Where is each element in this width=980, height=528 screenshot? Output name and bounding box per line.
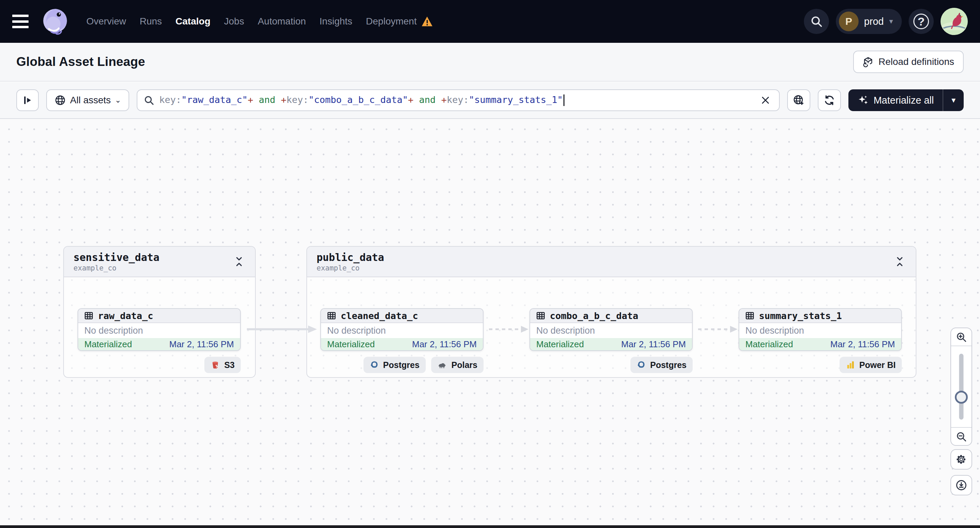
text-cursor [563,94,565,106]
refresh-button[interactable] [818,89,841,111]
postgres-icon [636,360,646,369]
nav-item-deployment-wrap: Deployment [366,16,433,27]
asset-node-raw-data-c[interactable]: raw_data_c No description Materialized M… [78,308,241,351]
materialization-timestamp[interactable]: Mar 2, 11:56 PM [412,339,477,350]
asset-search-input[interactable]: key:"raw_data_c"+ and +key:"combo_a_b_c_… [137,89,780,111]
asset-node-summary-stats-1[interactable]: summary_stats_1 No description Materiali… [738,308,902,351]
materialized-status: Materialized [84,339,132,350]
query-segment: + [441,94,447,105]
asset-status-row: Materialized Mar 2, 11:56 PM [739,338,901,350]
open-panel-icon [22,94,33,106]
export-download-button[interactable] [950,475,972,495]
reload-cube-icon [863,56,873,67]
sparkles-icon [857,94,869,106]
collapse-group-button[interactable] [232,254,245,270]
query-segment: + [408,94,414,105]
query-segment: "combo_a_b_c_data" [309,94,408,105]
asset-node-combo-a-b-c-data[interactable]: combo_a_b_c_data No description Material… [530,308,693,351]
materialize-options-button[interactable]: ▼ [943,89,964,111]
tag-label: Postgres [650,360,687,370]
tag-label: S3 [224,360,235,370]
asset-tags-cleaned-data-c: Postgres Polars [363,357,484,373]
kind-tag-postgres[interactable]: Postgres [363,357,426,373]
power-bi-icon [846,360,855,369]
asset-scope-label: All assets [70,95,111,106]
reload-definitions-label: Reload definitions [878,56,954,67]
query-segment: + [248,94,253,105]
materialized-status: Materialized [536,339,584,350]
kind-tag-s3[interactable]: S3 [204,357,241,373]
nav-item-automation[interactable]: Automation [258,16,306,27]
asset-scope-dropdown[interactable]: All assets ⌄ [46,89,129,111]
polars-icon [437,361,447,369]
deployment-avatar: P [839,11,859,31]
materialize-split-button: Materialize all ▼ [848,89,964,111]
nav-item-deployment[interactable]: Deployment [366,16,417,27]
search-icon [143,95,154,106]
nav-item-jobs[interactable]: Jobs [224,16,244,27]
asset-description: No description [321,323,483,338]
zoom-slider[interactable] [951,346,972,427]
asset-tags-summary-stats-1: Power BI [840,357,902,373]
materialization-timestamp[interactable]: Mar 2, 11:56 PM [830,339,895,350]
group-name: public_data [317,251,384,263]
query-segment: and [414,94,441,105]
add-to-catalog-view-button[interactable] [787,89,810,111]
hamburger-menu-button[interactable] [12,14,29,28]
nav-item-runs[interactable]: Runs [140,16,162,27]
top-nav: Overview Runs Catalog Jobs Automation In… [0,0,980,43]
asset-tags-combo-a-b-c-data: Postgres [630,357,693,373]
group-repository: example_co [73,264,159,272]
nav-item-overview[interactable]: Overview [86,16,126,27]
app-window: Overview Runs Catalog Jobs Automation In… [0,0,980,528]
help-icon: ? [913,14,929,29]
nav-item-insights[interactable]: Insights [320,16,353,27]
zoom-slider-handle[interactable] [955,391,968,404]
zoom-slider-track[interactable] [959,354,964,420]
zoom-in-button[interactable] [951,328,972,346]
chevron-down-icon: ⌄ [115,96,121,105]
globe-plus-icon [793,94,805,106]
kind-tag-polars[interactable]: Polars [431,357,484,373]
asset-description: No description [78,323,240,338]
materialize-all-button[interactable]: Materialize all [848,89,943,111]
s3-bucket-icon [210,360,220,369]
collapse-group-button[interactable] [893,254,906,270]
table-icon [745,311,755,321]
materialization-timestamp[interactable]: Mar 2, 11:56 PM [169,339,234,350]
tag-label: Power BI [859,360,896,370]
deployment-switcher[interactable]: P prod ▾ [836,9,902,34]
tag-label: Polars [452,360,477,370]
help-button[interactable]: ? [908,9,934,34]
user-avatar[interactable] [940,8,968,35]
clear-search-button[interactable] [758,93,773,108]
global-search-button[interactable] [804,9,829,34]
kind-tag-power-bi[interactable]: Power BI [840,357,902,373]
materialization-timestamp[interactable]: Mar 2, 11:56 PM [621,339,686,350]
asset-node-header: raw_data_c [78,309,240,323]
graph-settings-button[interactable] [950,449,972,469]
asset-name: cleaned_data_c [341,311,418,321]
page-title: Global Asset Lineage [16,55,145,69]
group-header[interactable]: sensitive_data example_co [64,247,255,277]
nav-right-cluster: P prod ▾ ? [804,8,968,35]
kind-tag-postgres[interactable]: Postgres [630,357,693,373]
refresh-icon [823,94,835,106]
asset-node-header: cleaned_data_c [321,309,483,323]
warning-triangle-icon [421,16,433,27]
nav-item-catalog[interactable]: Catalog [175,16,210,27]
group-name: sensitive_data [73,251,159,263]
lineage-graph-canvas[interactable]: sensitive_data example_co public_data ex… [0,120,980,525]
asset-selection-query[interactable]: key:"raw_data_c"+ and +key:"combo_a_b_c_… [159,94,753,106]
query-segment: "raw_data_c" [181,94,248,105]
dagster-octopus-logo[interactable] [40,6,70,36]
asset-node-cleaned-data-c[interactable]: cleaned_data_c No description Materializ… [320,308,484,351]
group-header[interactable]: public_data example_co [307,247,916,277]
open-side-panel-button[interactable] [16,89,39,111]
query-segment: "summary_stats_1" [469,94,563,105]
table-icon [536,311,546,321]
asset-description: No description [739,323,901,338]
reload-definitions-button[interactable]: Reload definitions [853,51,964,73]
zoom-out-button[interactable] [951,427,972,445]
query-segment: key: [159,94,181,105]
